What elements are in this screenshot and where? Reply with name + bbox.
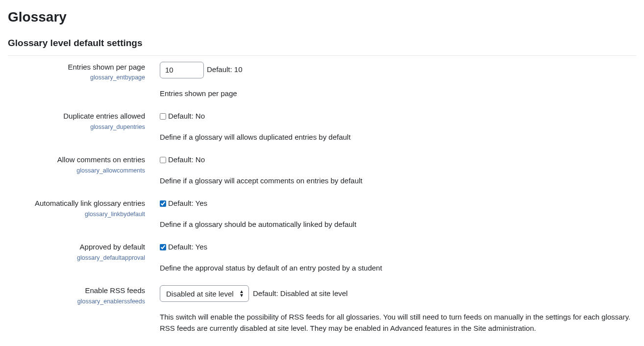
setting-description: Define the approval status by default of…: [160, 263, 635, 274]
default-text: Default: 10: [207, 64, 243, 75]
setting-defaultapproval: Approved by default glossary_defaultappr…: [8, 236, 636, 279]
default-text: Default: Yes: [168, 242, 207, 253]
setting-description: Entries shown per page: [160, 88, 635, 99]
setting-control-col: Default: No Define if a glossary will al…: [160, 111, 636, 148]
default-text: Default: Yes: [168, 198, 207, 209]
setting-dupentries: Duplicate entries allowed glossary_dupen…: [8, 105, 636, 148]
setting-key: glossary_linkbydefault: [8, 210, 145, 219]
setting-key: glossary_entbypage: [8, 73, 145, 82]
default-text: Default: No: [168, 154, 205, 166]
setting-label: Approved by default: [8, 242, 145, 253]
setting-label: Enable RSS feeds: [8, 285, 145, 297]
allowcomments-checkbox[interactable]: [160, 157, 166, 163]
setting-control-col: Disabled at site level ▲▼ Default: Disab…: [160, 285, 636, 340]
setting-description: This switch will enable the possibility …: [160, 312, 635, 334]
setting-control-col: Default: Yes Define if a glossary should…: [160, 198, 636, 236]
setting-linkbydefault: Automatically link glossary entries glos…: [8, 192, 636, 236]
default-text: Default: No: [168, 111, 205, 122]
setting-key: glossary_dupentries: [8, 123, 145, 132]
setting-key: glossary_enablerssfeeds: [8, 297, 145, 306]
setting-description: Define if a glossary will accept comment…: [160, 175, 635, 187]
setting-label: Allow comments on entries: [8, 154, 145, 166]
setting-description: Define if a glossary will allows duplica…: [160, 132, 635, 143]
setting-label: Automatically link glossary entries: [8, 198, 145, 209]
settings-list: Entries shown per page glossary_entbypag…: [8, 56, 636, 340]
dupentries-checkbox[interactable]: [160, 113, 166, 120]
setting-key: glossary_defaultapproval: [8, 253, 145, 263]
setting-label-col: Duplicate entries allowed glossary_dupen…: [8, 111, 160, 148]
setting-label-col: Automatically link glossary entries glos…: [8, 198, 160, 236]
setting-label: Duplicate entries allowed: [8, 111, 145, 122]
setting-description: Define if a glossary should be automatic…: [160, 219, 635, 230]
section-heading-glossary-level: Glossary level default settings: [8, 36, 636, 50]
setting-label-col: Approved by default glossary_defaultappr…: [8, 242, 160, 279]
setting-label-col: Allow comments on entries glossary_allow…: [8, 154, 160, 192]
setting-control-col: Default: No Define if a glossary will ac…: [160, 154, 636, 192]
setting-allowcomments: Allow comments on entries glossary_allow…: [8, 148, 636, 192]
setting-key: glossary_allowcomments: [8, 166, 145, 175]
setting-enablerssfeeds: Enable RSS feeds glossary_enablerssfeeds…: [8, 279, 636, 340]
entbypage-input[interactable]: [160, 62, 204, 78]
setting-label-col: Enable RSS feeds glossary_enablerssfeeds: [8, 285, 160, 340]
defaultapproval-checkbox[interactable]: [160, 244, 166, 250]
linkbydefault-checkbox[interactable]: [160, 200, 166, 207]
setting-control-col: Default: Yes Define the approval status …: [160, 242, 636, 279]
setting-label-col: Entries shown per page glossary_entbypag…: [8, 62, 160, 105]
default-text: Default: Disabled at site level: [253, 288, 347, 299]
setting-control-col: Default: 10 Entries shown per page: [160, 62, 636, 105]
page-title: Glossary: [8, 7, 636, 27]
enablerssfeeds-select[interactable]: Disabled at site level: [160, 285, 249, 302]
setting-label: Entries shown per page: [8, 62, 145, 73]
setting-entbypage: Entries shown per page glossary_entbypag…: [8, 56, 636, 105]
